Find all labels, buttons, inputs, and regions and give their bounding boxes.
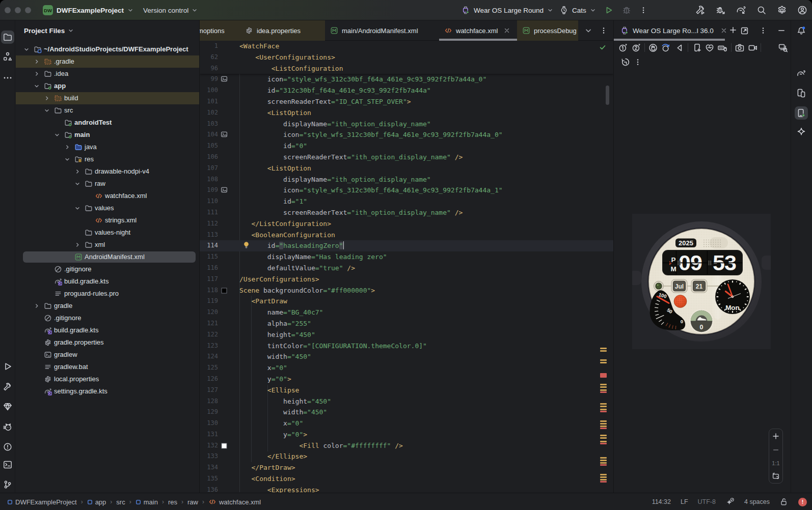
chevron-down-icon[interactable] <box>23 46 30 52</box>
breadcrumb-app[interactable]: app <box>87 498 106 506</box>
tree-item-.gitignore[interactable]: .gitignore <box>16 263 199 275</box>
screen-record-button[interactable] <box>747 42 759 53</box>
encoding-widget[interactable]: UTF-8 <box>698 498 716 505</box>
warning-stripe-mark[interactable] <box>600 409 607 410</box>
error-stripe-mark[interactable] <box>600 464 607 466</box>
toolwindow-vcs-button[interactable] <box>1 478 14 491</box>
hardware-input-button[interactable] <box>717 42 728 53</box>
error-notification-badge[interactable]: ! <box>798 498 807 506</box>
gradle-sync-icon[interactable] <box>735 5 747 16</box>
warning-stripe-mark[interactable] <box>600 348 607 349</box>
rotate-watch-button[interactable] <box>660 42 671 53</box>
chevron-right-icon[interactable] <box>64 144 70 150</box>
chevron-right-icon[interactable] <box>74 242 80 248</box>
editor-scrollbar[interactable] <box>606 86 609 105</box>
panel-options-kebab-icon[interactable] <box>759 26 767 35</box>
breadcrumb-src[interactable]: src <box>116 498 125 506</box>
tree-item-local.properties[interactable]: local.properties <box>16 373 199 385</box>
warning-stripe-mark[interactable] <box>600 386 607 388</box>
close-icon[interactable] <box>720 27 727 34</box>
toolwindow-terminal-button[interactable] <box>1 458 14 471</box>
breadcrumb-raw[interactable]: raw <box>187 498 198 506</box>
reset-view-button[interactable] <box>620 56 631 68</box>
toolwindow-more-button[interactable] <box>1 71 14 84</box>
chevron-down-icon[interactable] <box>74 181 80 187</box>
chevron-down-icon[interactable] <box>44 107 50 114</box>
back-button[interactable] <box>674 42 685 53</box>
chevron-right-icon[interactable] <box>34 71 40 77</box>
swatch-black-gutter-icon[interactable] <box>221 288 229 296</box>
toolwindow-quality-button[interactable] <box>1 400 14 413</box>
toolwindow-device-manager-button[interactable] <box>795 87 808 100</box>
toolwindow-structure-button[interactable] <box>1 50 14 63</box>
tree-item-xml[interactable]: xml <box>16 239 199 251</box>
tree-item-values-night[interactable]: values-night <box>16 226 199 239</box>
warning-stripe-mark[interactable] <box>600 384 607 385</box>
warning-stripe-mark[interactable] <box>600 426 607 427</box>
mirror-displays-button[interactable] <box>777 42 789 53</box>
tree-item-raw[interactable]: raw <box>16 178 199 190</box>
more-actions-kebab-icon[interactable] <box>638 5 649 16</box>
editor-tab-moptions[interactable]: moptions <box>200 20 238 41</box>
warning-stripe-mark[interactable] <box>600 460 607 461</box>
error-stripe-mark[interactable] <box>600 391 607 393</box>
tree-item-gradlew.bat[interactable]: gradlew.bat <box>16 361 199 373</box>
breadcrumb-DWFExampleProject[interactable]: DWFExampleProject <box>7 498 77 506</box>
open-in-new-window-icon[interactable] <box>740 26 749 35</box>
debug-button[interactable] <box>621 5 633 16</box>
tree-item-settings.gradle.kts[interactable]: settings.gradle.kts <box>16 385 199 398</box>
inspections-ok-icon[interactable] <box>599 44 606 51</box>
warning-stripe-mark[interactable] <box>600 406 607 407</box>
device-selector[interactable]: Wear OS Large Round <box>461 6 553 15</box>
zoom-out-button[interactable] <box>772 446 780 454</box>
add-device-tab-button[interactable] <box>729 26 737 34</box>
tree-item-AndroidManifest.xml[interactable]: AndroidManifest.xml <box>16 251 199 263</box>
button-2-button[interactable] <box>631 42 642 53</box>
kebab-button[interactable] <box>632 56 643 68</box>
error-stripe-mark[interactable] <box>600 373 607 378</box>
search-icon[interactable] <box>755 5 767 16</box>
warning-stripe-mark[interactable] <box>600 457 607 459</box>
toolwindow-gemini-button[interactable] <box>795 125 808 138</box>
error-stripe-mark[interactable] <box>600 443 607 444</box>
chevron-down-icon[interactable] <box>64 156 70 162</box>
code-area[interactable]: 99 icon="style_wfs_312c30bf_f64a_461e_9c… <box>200 41 613 493</box>
button-1-button[interactable] <box>617 42 629 53</box>
tree-item-gradle.properties[interactable]: gradle.properties <box>16 336 199 349</box>
tab-options-kebab-icon[interactable] <box>600 26 608 35</box>
caret-position-widget[interactable]: 114:32 <box>652 498 671 505</box>
tree-item-strings.xml[interactable]: strings.xml <box>16 214 199 226</box>
toolwindow-project-button[interactable] <box>1 31 14 44</box>
tree-item-build[interactable]: build <box>16 92 199 104</box>
hide-panel-icon[interactable] <box>777 26 786 35</box>
toolwindow-gradle-button[interactable] <box>795 67 808 80</box>
toolwindow-notifications-button[interactable] <box>795 24 808 38</box>
settings-icon[interactable] <box>776 5 788 16</box>
tab-list-chevron-icon[interactable] <box>584 26 592 35</box>
toolwindow-problems-button[interactable] <box>1 440 14 454</box>
tree-item-src[interactable]: src <box>16 104 199 117</box>
tree-item-androidTest[interactable]: androidTest <box>16 117 199 129</box>
warning-stripe-mark[interactable] <box>600 420 607 422</box>
toolwindow-logcat-button[interactable] <box>1 420 14 434</box>
image-gutter-icon[interactable] <box>221 186 229 194</box>
project-selector[interactable]: DW DWFExampleProject <box>43 4 133 17</box>
tree-item-drawable-nodpi-v4[interactable]: drawable-nodpi-v4 <box>16 165 199 178</box>
tree-item-.gitignore[interactable]: .gitignore <box>16 312 199 324</box>
toolwindow-build-button[interactable] <box>1 380 14 393</box>
palm-button[interactable] <box>647 42 659 53</box>
close-icon[interactable] <box>503 27 510 34</box>
warning-stripe-mark[interactable] <box>600 474 607 475</box>
chevron-right-icon[interactable] <box>34 303 40 309</box>
tree-item-values[interactable]: values <box>16 202 199 214</box>
warning-stripe-mark[interactable] <box>600 423 607 424</box>
chevron-down-icon[interactable] <box>54 132 60 138</box>
warning-stripe-mark[interactable] <box>600 476 607 478</box>
breadcrumb-main[interactable]: main <box>136 498 158 506</box>
lock-open-icon[interactable] <box>779 497 789 506</box>
warning-stripe-mark[interactable] <box>600 350 607 352</box>
vcs-selector[interactable]: Version control <box>143 4 198 17</box>
tree-item-watchface.xml[interactable]: watchface.xml <box>16 190 199 202</box>
attach-debugger-icon[interactable] <box>715 5 726 16</box>
run-button[interactable] <box>603 5 615 16</box>
